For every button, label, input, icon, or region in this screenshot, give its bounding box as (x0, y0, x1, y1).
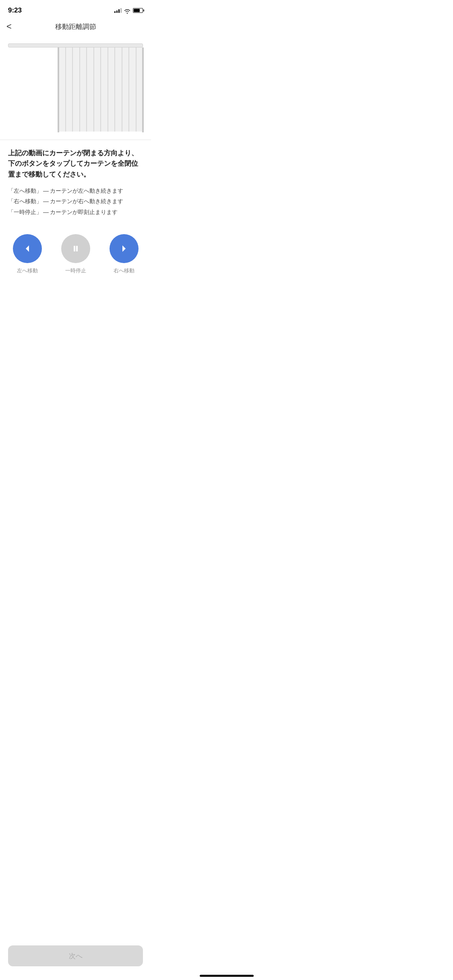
svg-rect-1 (74, 246, 75, 251)
curtain-border-right (142, 47, 144, 132)
status-bar: 9:23 (0, 0, 151, 18)
battery-icon (133, 8, 143, 13)
sub-desc-pause: カーテンが即刻止まります (50, 208, 143, 216)
status-icons (114, 8, 143, 13)
pause-button[interactable] (61, 234, 90, 263)
svg-marker-0 (26, 245, 29, 252)
left-control: 左へ移動 (13, 234, 42, 274)
signal-icon (114, 8, 122, 13)
sub-dash-right: — (42, 197, 50, 206)
main-instruction: 上記の動画にカーテンが閉まる方向より、下のボタンをタップしてカーテンを全閉位置ま… (8, 148, 143, 180)
sub-dash-left: — (42, 186, 50, 195)
instructions-section: 上記の動画にカーテンが閉まる方向より、下のボタンをタップしてカーテンを全閉位置ま… (0, 140, 151, 223)
svg-rect-2 (76, 246, 78, 251)
svg-marker-3 (122, 245, 126, 252)
instruction-row-right: 「右へ移動」 — カーテンが右へ動き続きます (8, 197, 143, 206)
move-left-label: 左へ移動 (17, 267, 38, 274)
sub-instructions: 「左へ移動」 — カーテンが左へ動き続きます 「右へ移動」 — カーテンが右へ動… (8, 186, 143, 216)
curtain-border-left (58, 47, 59, 132)
curtain-panel (58, 47, 143, 132)
move-right-button[interactable] (110, 234, 139, 263)
move-right-label: 右へ移動 (114, 267, 134, 274)
sub-label-right: 「右へ移動」 (8, 197, 42, 206)
right-control: 右へ移動 (110, 234, 139, 274)
instruction-row-left: 「左へ移動」 — カーテンが左へ動き続きます (8, 186, 143, 195)
sub-dash-pause: — (42, 208, 50, 216)
control-section: 左へ移動 一時停止 右へ移動 (0, 223, 151, 281)
move-left-button[interactable] (13, 234, 42, 263)
curtain-rail (8, 43, 143, 47)
instruction-row-pause: 「一時停止」 — カーテンが即刻止まります (8, 208, 143, 216)
back-button[interactable]: < (6, 21, 12, 32)
page-title: 移動距離調節 (55, 22, 96, 31)
nav-bar: < 移動距離調節 (0, 18, 151, 35)
curtain-illustration (0, 35, 151, 140)
sub-label-pause: 「一時停止」 (8, 208, 42, 216)
sub-desc-left: カーテンが左へ動き続きます (50, 186, 143, 195)
status-time: 9:23 (8, 6, 22, 14)
sub-desc-right: カーテンが右へ動き続きます (50, 197, 143, 206)
sub-label-left: 「左へ移動」 (8, 186, 42, 195)
wifi-icon (124, 8, 130, 13)
pause-control: 一時停止 (61, 234, 90, 274)
pause-label: 一時停止 (65, 267, 86, 274)
